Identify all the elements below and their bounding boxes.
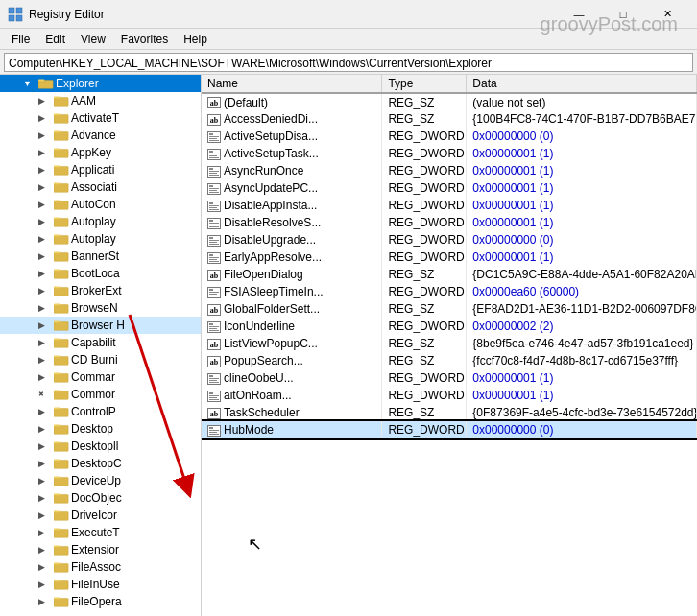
tree-item-fileinuse[interactable]: ▶ FileInUse [0,576,201,593]
cell-name: abListViewPopupC... [202,335,382,352]
table-row[interactable]: ActiveSetupDisa...REG_DWORD0x00000000 (0… [202,128,697,145]
tree-item-desktopc[interactable]: ▶ DesktopC [0,455,201,472]
menu-view[interactable]: View [73,31,113,48]
tree-item-bootloca[interactable]: ▶ BootLoca [0,265,201,282]
table-row[interactable]: EarlyAppResolve...REG_DWORD0x00000001 (1… [202,249,697,266]
tree-item-browserh[interactable]: ▶ Browser H [0,317,201,334]
tree-item-advance[interactable]: ▶ Advance [0,127,201,144]
svg-rect-39 [54,373,68,382]
folder-icon-desktopll [54,439,69,453]
folder-icon-appkey [54,146,69,159]
svg-rect-82 [209,192,219,193]
svg-rect-25 [54,252,68,261]
menu-file[interactable]: File [4,31,37,48]
tree-item-associati[interactable]: ▶ Associati [0,178,201,196]
svg-rect-66 [54,598,60,600]
tree-item-desktop[interactable]: ▶ Desktop [0,420,201,438]
cell-data: 0x00000001 (1) [467,249,697,266]
cell-name: ab(Default) [202,93,382,110]
tree-item-cdburni[interactable]: ▶ CD Burni [0,351,201,368]
tree-item-docobjec[interactable]: ▶ DocObjec [0,489,201,507]
table-row[interactable]: abTaskSchedulerREG_SZ{0F87369F-a4e5-4cfc… [202,404,697,421]
menu-edit[interactable]: Edit [37,31,73,48]
menu-help[interactable]: Help [176,31,215,48]
table-row[interactable]: abPopupSearch...REG_SZ{fccf70c8-f4d7-4d8… [202,352,697,369]
svg-rect-35 [54,339,68,347]
tree-item-activatet[interactable]: ▶ ActivateT [0,109,201,127]
cell-data: 0x00000001 (1) [467,369,697,387]
cell-name: FSIASleepTimeIn... [202,283,382,300]
table-row[interactable]: abListViewPopupC...REG_SZ{8be9f5ea-e746-… [202,335,697,352]
svg-rect-101 [209,294,217,295]
cell-name: HubMode [202,421,382,438]
table-row[interactable]: FSIASleepTimeIn...REG_DWORD0x0000ea60 (6… [202,283,697,300]
tree-item-explorer[interactable]: ▼ Explorer [0,75,201,92]
folder-icon-fileassoc [54,560,69,574]
table-row[interactable]: DisableUpgrade...REG_DWORD0x00000000 (0) [202,231,697,249]
svg-rect-13 [54,149,68,157]
tree-item-browsen[interactable]: ▶ BrowseN [0,299,201,317]
cell-type: REG_SZ [382,266,467,283]
table-row[interactable]: AsyncRunOnceREG_DWORD0x00000001 (1) [202,162,697,179]
table-row[interactable]: abAccessDeniedDi...REG_SZ{100B4FC8-74C1-… [202,110,697,128]
table-row[interactable]: IconUnderlineREG_DWORD0x00000002 (2) [202,318,697,335]
cell-data: 0x00000001 (1) [467,214,697,231]
tree-item-controlp[interactable]: ▶ ControlP [0,403,201,420]
svg-rect-34 [54,321,60,323]
svg-rect-76 [209,171,219,172]
tree-item-extensior[interactable]: ▶ Extensior [0,541,201,558]
cell-name: abTaskScheduler [202,404,382,421]
tree-item-autoplay1[interactable]: ▶ Autoplay [0,213,201,230]
svg-rect-62 [54,563,60,565]
svg-rect-71 [209,151,213,153]
tree-item-appkey[interactable]: ▶ AppKey [0,144,201,161]
folder-icon-desktopc [54,457,69,470]
table-row[interactable]: AsyncUpdatePC...REG_DWORD0x00000001 (1) [202,179,697,197]
table-row[interactable]: aitOnRoam...REG_DWORD0x00000001 (1) [202,387,697,404]
tree-item-fileassoc[interactable]: ▶ FileAssoc [0,558,201,576]
svg-rect-16 [54,166,60,168]
table-row[interactable]: abGlobalFolderSett...REG_SZ{EF8AD2D1-AE3… [202,300,697,318]
svg-rect-44 [54,408,60,410]
tree-item-aam[interactable]: ▶ AAM [0,92,201,109]
tree-item-deviceup[interactable]: ▶ DeviceUp [0,472,201,489]
tree-item-applicati[interactable]: ▶ Applicati [0,161,201,178]
tree-item-fileopera[interactable]: ▶ FileOpera [0,593,201,610]
tree-item-commar[interactable]: ▶ Commar [0,368,201,386]
svg-rect-58 [54,529,60,531]
cell-data: {0F87369F-a4e5-4cfc-bd3e-73e6154572dd} [467,404,697,421]
table-row[interactable]: ab(Default)REG_SZ(value not set) [202,93,697,110]
table-row[interactable]: abFileOpenDialogREG_SZ{DC1C5A9C-E88A-4dd… [202,266,697,283]
tree-item-driveicor[interactable]: ▶ DriveIcor [0,507,201,524]
table-row[interactable]: DisableAppInsta...REG_DWORD0x00000001 (1… [202,197,697,214]
tree-label-explorer: Explorer [56,77,99,90]
svg-rect-67 [209,133,213,135]
tree-item-autoplay2[interactable]: ▶ Autoplay [0,230,201,248]
folder-icon-fileopera [54,595,69,608]
tree-item-autocon[interactable]: ▶ AutoCon [0,196,201,213]
svg-rect-74 [209,157,219,158]
tree-item-capabilit[interactable]: ▶ Capabilit [0,334,201,351]
folder-icon-associati [54,180,69,194]
svg-rect-32 [54,304,60,306]
tree-item-desktopll[interactable]: ▶ Desktopll [0,438,201,455]
tree-item-bannerst[interactable]: ▶ BannerSt [0,248,201,265]
table-row[interactable]: clineOobeU...REG_DWORD0x00000001 (1) [202,369,697,387]
registry-panel: Name Type Data ab(Default)REG_SZ(value n… [202,75,697,616]
tree-item-executet[interactable]: ▶ ExecuteT [0,524,201,541]
menu-favorites[interactable]: Favorites [113,31,176,48]
table-row[interactable]: HubModeREG_DWORD0x00000000 (0) [202,421,697,438]
cell-data: 0x00000001 (1) [467,145,697,162]
table-row[interactable]: ActiveSetupTask...REG_DWORD0x00000001 (1… [202,145,697,162]
svg-rect-105 [209,328,217,329]
table-row[interactable]: DisableResolveS...REG_DWORD0x00000001 (1… [202,214,697,231]
address-text[interactable]: Computer\HKEY_LOCAL_MACHINE\SOFTWARE\Mic… [4,53,693,72]
folder-icon-autoplay2 [54,232,69,246]
cell-type: REG_DWORD [382,145,467,162]
svg-rect-117 [209,432,217,433]
folder-icon-docobjec [54,491,69,505]
tree-item-brokerext[interactable]: ▶ BrokerExt [0,282,201,299]
tree-item-commor[interactable]: ✖ Commor [0,386,201,403]
cell-data: (value not set) [467,93,697,110]
col-header-name: Name [202,75,382,93]
